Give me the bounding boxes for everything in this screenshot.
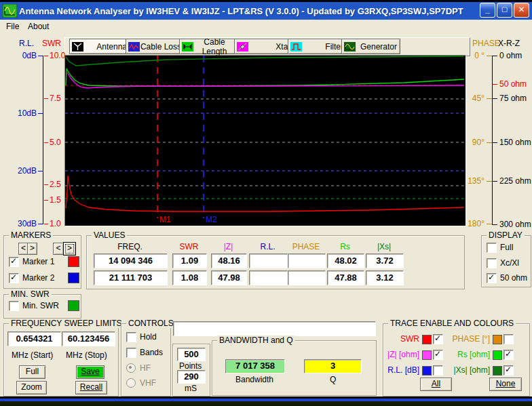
values-cell: 14 094 346 (94, 253, 168, 268)
values-cell (249, 253, 288, 268)
trace-label-zohm: |Z| [ohm] (384, 350, 419, 359)
rl-tick (38, 171, 43, 171)
marker1-color-swatch[interactable] (68, 256, 79, 267)
vhf-label: VHF (140, 378, 156, 388)
phase-tick (487, 98, 492, 99)
ohm-tick-label: 50 ohm (499, 79, 527, 89)
ms-field[interactable]: 290 (177, 370, 206, 384)
hold-checkbox[interactable] (126, 332, 136, 342)
ohm-tick-label: 150 ohm (499, 138, 531, 147)
rl-axis-header: R.L. (19, 39, 34, 48)
marker2-color-swatch[interactable] (68, 272, 79, 283)
trace-all-button[interactable]: All (420, 378, 452, 391)
tab-label: Antenna (96, 42, 127, 52)
status-text-field[interactable] (173, 321, 376, 336)
values-header-swr: SWR (172, 242, 206, 251)
trace-none-button[interactable]: None (489, 378, 522, 391)
points-field[interactable]: 500 (177, 348, 206, 361)
hf-radio[interactable] (126, 363, 136, 373)
swr-tick-label: 2.5 (50, 180, 61, 189)
trace-swr (66, 176, 464, 211)
sweep-full-button[interactable]: Full (19, 365, 45, 379)
phase-tick-label: 0 ° (461, 51, 484, 60)
trace-swatch-zohm[interactable] (422, 350, 432, 360)
values-header-freq: FREQ. (94, 242, 166, 251)
hold-label: Hold (140, 332, 157, 342)
marker1-next-button[interactable]: > (27, 243, 37, 255)
trace-label-swr: SWR (384, 334, 419, 344)
tab-generator[interactable]: Generator (341, 39, 400, 54)
cable-length-icon (182, 42, 193, 52)
values-cell: 47.98 (211, 270, 247, 285)
xtal-icon (237, 42, 248, 52)
values-cell: 3.12 (366, 270, 404, 285)
cable-loss-icon (128, 42, 140, 52)
sweep-save-button[interactable]: Save (76, 365, 104, 379)
phase-tick (487, 224, 492, 224)
trace-checkbox-xsohm[interactable]: ✓ (504, 365, 514, 375)
chart-area[interactable]: M1M2 (64, 55, 466, 226)
trace-swatch-phase[interactable] (493, 335, 502, 344)
trace-swatch-rldb[interactable] (422, 366, 432, 375)
values-cell (249, 270, 288, 285)
trace-swatch-rsohm[interactable] (493, 350, 502, 360)
sweep-recall-button[interactable]: Recall (75, 381, 107, 394)
bands-checkbox[interactable] (126, 348, 136, 358)
trace-xs (66, 56, 464, 66)
values-group-label: VALUES (92, 230, 127, 240)
phase-axis-header: PHASE (472, 39, 500, 48)
values-header-rl: R.L. (249, 242, 286, 251)
rl-tick-label: 20dB (14, 166, 37, 176)
vhf-radio[interactable] (126, 378, 136, 388)
display-xcxl-checkbox[interactable] (487, 258, 497, 268)
display-50ohm-checkbox[interactable]: ✓ (487, 273, 497, 283)
values-header-rs: Rs (327, 242, 363, 251)
ohm-tick (493, 181, 497, 182)
display-full-checkbox[interactable] (487, 243, 497, 253)
bandwidth-group-label: BANDWIDTH and Q (217, 336, 295, 345)
tab-antenna[interactable]: Antenna (69, 39, 130, 54)
xrz-axis-header: X-R-Z (498, 39, 520, 48)
swr-tick (44, 224, 48, 224)
trace-checkbox-rsohm[interactable]: ✓ (504, 350, 514, 360)
tab-cable-length[interactable]: Cable Length (179, 39, 239, 54)
min-swr-label: Min. SWR (22, 301, 59, 310)
trace-swatch-xsohm[interactable] (493, 366, 502, 375)
rl-tick (38, 56, 43, 56)
swr-tick (44, 200, 48, 201)
q-field: 3 (304, 359, 362, 373)
sweep-stop-field[interactable]: 60.123456 (62, 331, 115, 346)
marker-label-m1: M1 (159, 215, 171, 224)
tab-xtal[interactable]: Xtal (234, 39, 293, 54)
trace-swatch-swr[interactable] (422, 335, 432, 344)
swr-tick (44, 184, 48, 185)
ohm-tick-label: 300 ohm (499, 220, 531, 229)
min-swr-checkbox[interactable] (9, 301, 19, 311)
rl-tick-label: 0dB (14, 51, 37, 60)
markers-group-label: MARKERS (9, 230, 53, 240)
ohm-tick-label: 225 ohm (499, 176, 531, 186)
min-swr-color-swatch[interactable] (68, 300, 79, 311)
bands-label: Bands (140, 348, 163, 357)
tab-filter[interactable]: Filter (288, 39, 347, 54)
swr-axis-header: SWR (42, 39, 61, 48)
marker2-checkbox[interactable]: ✓ (9, 273, 19, 283)
display-group-label: DISPLAY (487, 230, 525, 240)
marker2-next-button[interactable]: > (63, 242, 76, 256)
trace-checkbox-phase[interactable] (504, 334, 514, 344)
phase-tick (487, 56, 492, 56)
ohm-tick (493, 56, 497, 56)
screen: Antenna Network Analyser by IW3HEV & IW3… (0, 0, 532, 406)
sweep-zoom-button[interactable]: Zoom (16, 381, 47, 394)
marker2-label: Marker 2 (22, 273, 54, 283)
phase-tick-label: 90° (461, 138, 484, 147)
display-xcxl-label: Xc/Xl (500, 258, 519, 268)
trace-rs (66, 68, 464, 86)
marker1-checkbox[interactable]: ✓ (9, 257, 19, 267)
tab-label: Cable Length (193, 37, 235, 56)
marker2-prev-button[interactable]: < (53, 243, 64, 255)
values-cell: 47.88 (327, 270, 364, 285)
swr-tick (44, 142, 48, 143)
tab-cable-loss[interactable]: Cable Loss (126, 39, 185, 54)
sweep-start-field[interactable]: 0.654321 (7, 331, 61, 346)
